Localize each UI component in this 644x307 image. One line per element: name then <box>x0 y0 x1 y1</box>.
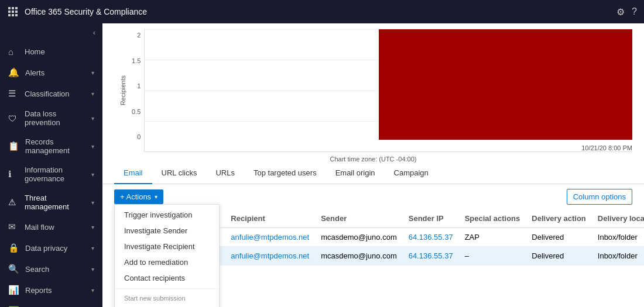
chevron-icon-search: ▾ <box>91 266 94 272</box>
sidebar-item-classification[interactable]: ☰ Classification ▾ <box>0 83 102 104</box>
chevron-icon-records-management: ▾ <box>91 143 94 150</box>
sidebar-label-threat-management: Threat management <box>25 194 91 211</box>
cell-special-actions: ZAP <box>459 228 526 247</box>
sidebar-label-search: Search <box>25 265 91 274</box>
dropdown-section-label: Start new submission <box>115 291 219 303</box>
col-recipient: Recipient <box>225 209 315 228</box>
sidebar-icon-classification: ☰ <box>8 88 19 99</box>
sidebar-item-service-assurance[interactable]: ✅ Service assurance ▾ <box>0 301 102 307</box>
svg-rect-7 <box>12 14 14 16</box>
col-special-actions: Special actions <box>459 209 526 228</box>
sidebar-item-information-governance[interactable]: ℹ Information governance ▾ <box>0 160 102 188</box>
dropdown-item-contact-recipients[interactable]: Contact recipients <box>115 270 219 286</box>
sidebar-item-data-privacy[interactable]: 🔒 Data privacy ▾ <box>0 237 102 258</box>
col-sender-ip: Sender IP <box>403 209 459 228</box>
y-axis-value: 1 <box>137 82 141 89</box>
dropdown-item-investigate-sender[interactable]: Investigate Sender <box>115 223 219 239</box>
y-axis-value: 1.5 <box>132 57 141 64</box>
sidebar-label-information-governance: Information governance <box>25 165 91 183</box>
chart-time-label: 10/21/20 8:00 PM <box>581 144 632 151</box>
sidebar-label-classification: Classification <box>25 89 91 98</box>
main-content: Recipients 2 1.5 1 0.5 0 10 <box>102 23 644 307</box>
sidebar: ‹ ⌂ Home 🔔 Alerts ▾ ☰ Classification ▾ 🛡… <box>0 23 102 307</box>
chevron-icon-alerts: ▾ <box>91 70 94 76</box>
collapse-icon: ‹ <box>93 28 95 37</box>
help-icon[interactable]: ? <box>632 6 637 17</box>
chevron-icon-reports: ▾ <box>91 287 94 294</box>
cell-delivery-action: Delivered <box>526 228 592 247</box>
grid-icon[interactable] <box>7 6 19 18</box>
cell-delivery-location: Inbox/folder <box>592 228 644 247</box>
dropdown-item-investigate-recipient[interactable]: Investigate Recipient <box>115 239 219 254</box>
cell-recipient: anfulie@mtpdemos.net <box>225 247 315 265</box>
dropdown-item-add-to-remediation[interactable]: Add to remediation <box>115 254 219 270</box>
dropdown-item-trigger-investigation[interactable]: Trigger investigation <box>115 207 219 223</box>
chart-bar <box>379 29 632 140</box>
sender-ip-link[interactable]: 64.136.55.37 <box>409 251 453 260</box>
svg-rect-8 <box>15 14 18 16</box>
tab-email-origin[interactable]: Email origin <box>326 163 385 184</box>
sidebar-icon-mail-flow: ✉ <box>8 222 19 232</box>
topbar: Office 365 Security & Compliance ⚙ ? <box>0 0 644 23</box>
tab-email[interactable]: Email <box>114 163 152 184</box>
toolbar: + Actions ▾ Trigger investigation Invest… <box>102 184 644 209</box>
cell-sender-ip: 64.136.55.37 <box>403 247 459 265</box>
column-options-button[interactable]: Column options <box>567 189 632 205</box>
col-sender: Sender <box>315 209 403 228</box>
tab-top-targeted-users[interactable]: Top targeted users <box>244 163 326 184</box>
dropdown-item-report-clean[interactable]: Report clean <box>115 303 219 307</box>
actions-button[interactable]: + Actions ▾ <box>114 189 163 204</box>
svg-rect-2 <box>15 7 18 9</box>
chart-y-label: Recipients <box>119 75 126 105</box>
actions-dropdown-menu: Trigger investigation Investigate Sender… <box>114 204 220 307</box>
tabs-bar: Email URL clicks URLs Top targeted users… <box>102 163 644 184</box>
sidebar-item-mail-flow[interactable]: ✉ Mail flow ▾ <box>0 216 102 237</box>
gear-icon[interactable]: ⚙ <box>616 6 625 18</box>
svg-rect-0 <box>8 7 11 9</box>
chart-timezone: Chart time zone: (UTC -04:00) <box>114 156 632 163</box>
y-axis-value: 2 <box>137 32 141 39</box>
sidebar-icon-records-management: 📋 <box>8 141 19 151</box>
sidebar-item-threat-management[interactable]: ⚠ Threat management ▾ <box>0 188 102 216</box>
tab-url-clicks[interactable]: URL clicks <box>152 163 207 184</box>
sidebar-item-search[interactable]: 🔍 Search ▾ <box>0 258 102 280</box>
actions-label: + Actions <box>120 192 151 201</box>
y-axis-value: 0 <box>137 133 141 140</box>
sidebar-icon-alerts: 🔔 <box>8 67 19 78</box>
cell-delivery-action: Delivered <box>526 247 592 265</box>
app-title: Office 365 Security & Compliance <box>25 7 616 16</box>
cell-sender-ip: 64.136.55.37 <box>403 228 459 247</box>
chevron-icon-data-privacy: ▾ <box>91 245 94 251</box>
sidebar-label-alerts: Alerts <box>25 68 91 77</box>
chart-area: Recipients 2 1.5 1 0.5 0 10 <box>102 23 644 163</box>
sidebar-label-records-management: Records management <box>25 137 91 155</box>
sidebar-item-home[interactable]: ⌂ Home <box>0 42 102 62</box>
recipient-link[interactable]: anfulie@mtpdemos.net <box>231 251 309 260</box>
sidebar-icon-search: 🔍 <box>8 264 19 274</box>
tab-urls[interactable]: URLs <box>206 163 244 184</box>
chevron-icon-classification: ▾ <box>91 91 94 97</box>
sidebar-icon-threat-management: ⚠ <box>8 197 19 208</box>
svg-rect-6 <box>8 14 11 16</box>
chart-plot: 10/21/20 8:00 PM <box>144 29 632 152</box>
svg-rect-1 <box>12 7 14 9</box>
chevron-icon-data-loss-prevention: ▾ <box>91 115 94 122</box>
recipient-link[interactable]: anfulie@mtpdemos.net <box>231 233 309 242</box>
col-delivery-location: Delivery location <box>592 209 644 228</box>
sidebar-item-reports[interactable]: 📊 Reports ▾ <box>0 280 102 301</box>
svg-rect-5 <box>15 11 18 13</box>
sidebar-icon-reports: 📊 <box>8 285 19 295</box>
sidebar-label-data-loss-prevention: Data loss prevention <box>25 109 91 127</box>
chevron-icon-threat-management: ▾ <box>91 199 94 206</box>
svg-rect-3 <box>8 11 11 13</box>
actions-chevron-icon: ▾ <box>155 194 157 200</box>
sender-ip-link[interactable]: 64.136.55.37 <box>409 233 453 242</box>
sidebar-item-alerts[interactable]: 🔔 Alerts ▾ <box>0 62 102 83</box>
cell-sender: mcasdemo@juno.com <box>315 228 403 247</box>
tab-campaign[interactable]: Campaign <box>385 163 438 184</box>
sidebar-collapse-button[interactable]: ‹ <box>0 23 102 42</box>
sidebar-label-reports: Reports <box>25 286 91 295</box>
sidebar-item-records-management[interactable]: 📋 Records management ▾ <box>0 132 102 160</box>
sidebar-item-data-loss-prevention[interactable]: 🛡 Data loss prevention ▾ <box>0 104 102 132</box>
sidebar-label-mail-flow: Mail flow <box>25 223 91 232</box>
